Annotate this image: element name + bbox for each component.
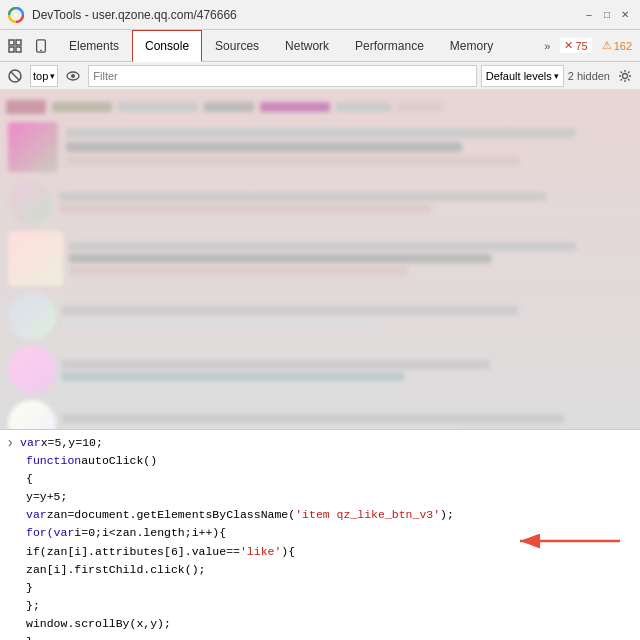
svg-point-7	[40, 49, 42, 51]
context-arrow: ▾	[50, 71, 55, 81]
error-icon: ✕	[564, 39, 573, 52]
close-button[interactable]: ✕	[618, 8, 632, 22]
svg-rect-5	[16, 47, 21, 52]
warning-count: 162	[614, 40, 632, 52]
svg-point-11	[71, 74, 75, 78]
hidden-count: 2 hidden	[568, 70, 610, 82]
devtools-logo	[8, 7, 24, 23]
error-badge[interactable]: ✕ 75	[560, 38, 591, 53]
console-line: {	[0, 470, 640, 488]
console-line: function autoClick()	[0, 452, 640, 470]
tab-console[interactable]: Console	[132, 30, 202, 62]
console-line: };	[0, 597, 640, 615]
inspect-icon[interactable]	[4, 35, 26, 57]
window-title: DevTools - user.qzone.qq.com/476666	[32, 8, 574, 22]
settings-button[interactable]	[614, 65, 636, 87]
console-output[interactable]: var x=5,y=10; function autoClick() { y=y…	[0, 430, 640, 640]
tabs-row: Elements Console Sources Network Perform…	[0, 30, 640, 62]
svg-line-9	[11, 72, 19, 80]
more-tabs-button[interactable]: »	[540, 40, 554, 52]
svg-rect-2	[9, 40, 14, 45]
webpage-preview	[0, 90, 640, 430]
tab-network[interactable]: Network	[272, 30, 342, 62]
console-line: }	[0, 579, 640, 597]
svg-point-12	[623, 73, 628, 78]
maximize-button[interactable]: □	[600, 8, 614, 22]
svg-rect-4	[9, 47, 14, 52]
context-selector[interactable]: top ▾	[30, 65, 58, 87]
console-line: zan[i].firstChild.click();	[0, 561, 640, 579]
level-arrow-icon: ▾	[554, 71, 559, 81]
mobile-icon[interactable]	[30, 35, 52, 57]
svg-point-1	[14, 12, 19, 17]
console-line-arrow: if(zan[i].attributes[6].value=='like'){	[0, 543, 640, 561]
filter-input[interactable]	[88, 65, 476, 87]
level-select[interactable]: Default levels ▾	[481, 65, 564, 87]
console-line: window.scrollBy(x,y);	[0, 615, 640, 633]
minimize-button[interactable]: –	[582, 8, 596, 22]
tab-memory[interactable]: Memory	[437, 30, 506, 62]
red-arrow-icon	[510, 527, 630, 555]
window-controls: – □ ✕	[582, 8, 632, 22]
tabs-right: » ✕ 75 ⚠ 162	[540, 38, 636, 53]
console-line: var zan=document.getElementsByClassName(…	[0, 506, 640, 524]
title-bar: DevTools - user.qzone.qq.com/476666 – □ …	[0, 0, 640, 30]
console-line: }	[0, 633, 640, 640]
warning-icon: ⚠	[602, 39, 612, 52]
tab-sources[interactable]: Sources	[202, 30, 272, 62]
console-toolbar: top ▾ Default levels ▾ 2 hidden	[0, 62, 640, 90]
main-area: var x=5,y=10; function autoClick() { y=y…	[0, 90, 640, 640]
console-line: var x=5,y=10;	[0, 434, 640, 452]
error-count: 75	[575, 40, 587, 52]
warning-badge[interactable]: ⚠ 162	[598, 38, 636, 53]
clear-console-button[interactable]	[4, 65, 26, 87]
console-line: y=y+5;	[0, 488, 640, 506]
tab-performance[interactable]: Performance	[342, 30, 437, 62]
tab-icons	[4, 35, 52, 57]
eye-button[interactable]	[62, 65, 84, 87]
tab-elements[interactable]: Elements	[56, 30, 132, 62]
svg-rect-3	[16, 40, 21, 45]
